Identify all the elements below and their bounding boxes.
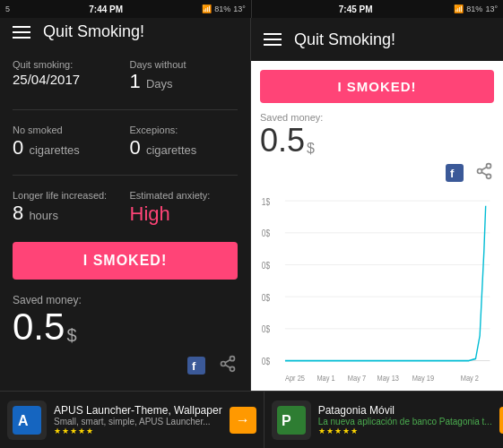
left-hamburger-menu[interactable] [13, 26, 30, 39]
svg-line-13 [481, 167, 487, 169]
right-temp-text: 13° [485, 4, 498, 13]
left-temp-text: 13° [233, 4, 246, 13]
left-signal-icon: 📶 [202, 4, 212, 13]
left-status-time: 7:44 PM [89, 4, 123, 14]
right-ad-text: Patagonia Móvil La nueva aplicación de b… [318, 404, 492, 435]
stats-row-2: No smoked 0 cigarettes Excepions: 0 ciga… [13, 125, 238, 159]
right-signal-icon: 📶 [454, 4, 464, 13]
bottom-ads: A APUS Launcher-Theme, Wallpaper Small, … [0, 391, 503, 448]
left-social-row: f [13, 353, 238, 378]
svg-text:0$: 0$ [262, 357, 270, 366]
svg-text:1$: 1$ [262, 197, 270, 207]
left-status-bar: 5 7:44 PM 📶 81% 13° [0, 0, 252, 18]
svg-rect-7 [446, 164, 464, 182]
longer-life-value: 8 hours [13, 202, 121, 224]
left-panel-content: Quit smoking: 25/04/2017 Days without 1 … [0, 47, 250, 391]
svg-text:Apr 25: Apr 25 [285, 374, 305, 383]
main-container: Quit Smoking! Quit smoking: 25/04/2017 D… [0, 18, 503, 391]
anxiety-block: Estimated anxiety: High [130, 190, 238, 226]
longer-life-block: Longer life increased: 8 hours [13, 190, 121, 226]
hamburger-line-1 [13, 26, 30, 28]
left-ad-subtitle: Small, smart, simple, APUS Launcher... [54, 417, 222, 426]
quit-smoking-label: Quit smoking: [13, 59, 121, 70]
svg-text:May 2: May 2 [461, 374, 480, 383]
svg-point-10 [478, 168, 482, 173]
left-smoked-button[interactable]: I SMOKED! [13, 242, 238, 280]
left-saved-money-value: 0.5 [13, 308, 65, 346]
chart-container: 1$ 0$ 0$ 0$ 0$ 0$ Apr 25 May 1 May 7 May… [260, 191, 494, 391]
right-ad-arrow[interactable]: → [499, 407, 503, 434]
left-panel: Quit Smoking! Quit smoking: 25/04/2017 D… [0, 18, 251, 391]
days-without-unit: Days [146, 77, 173, 90]
right-app-title: Quit Smoking! [294, 30, 395, 49]
quit-smoking-block: Quit smoking: 25/04/2017 [13, 59, 121, 93]
left-ad-title: APUS Launcher-Theme, Wallpaper [54, 404, 222, 417]
divider-1 [13, 109, 238, 110]
right-panel: Quit Smoking! I SMOKED! Saved money: 0.5… [251, 18, 503, 391]
svg-text:A: A [18, 413, 29, 428]
svg-text:0$: 0$ [262, 293, 270, 303]
right-ad-block[interactable]: P Patagonia Móvil La nueva aplicación de… [265, 391, 503, 448]
left-ad-block[interactable]: A APUS Launcher-Theme, Wallpaper Small, … [0, 391, 265, 448]
right-social-row: f [260, 160, 494, 185]
days-without-block: Days without 1 Days [130, 59, 238, 93]
right-facebook-icon[interactable]: f [442, 160, 467, 185]
divider-2 [13, 175, 238, 176]
left-ad-icon: A [7, 401, 47, 440]
days-without-value: 1 Days [130, 70, 238, 93]
left-facebook-icon[interactable]: f [184, 353, 209, 378]
left-app-bar: Quit Smoking! [0, 18, 250, 47]
apus-icon: A [13, 406, 41, 435]
stats-row-3: Longer life increased: 8 hours Estimated… [13, 190, 238, 226]
no-smoked-value: 0 cigarettes [13, 137, 121, 159]
no-smoked-label: No smoked [13, 125, 121, 135]
svg-line-5 [225, 365, 230, 367]
left-battery-text: 81% [214, 4, 230, 13]
exceptions-label: Excepions: [130, 125, 238, 135]
svg-text:f: f [192, 359, 196, 373]
right-battery-text: 81% [466, 4, 482, 13]
left-status-right: 📶 81% 13° [202, 4, 246, 13]
quit-smoking-date: 25/04/2017 [13, 72, 121, 87]
right-status-right: 📶 81% 13° [454, 4, 498, 13]
left-ad-stars: ★★★★★ [54, 426, 222, 435]
right-smoked-button[interactable]: I SMOKED! [260, 70, 494, 103]
right-content: I SMOKED! Saved money: 0.5 $ f [251, 61, 503, 391]
no-smoked-unit: cigarettes [29, 143, 79, 157]
stats-row-1: Quit smoking: 25/04/2017 Days without 1 … [13, 59, 238, 93]
svg-rect-0 [187, 357, 205, 375]
left-saved-money-currency: $ [66, 325, 76, 346]
left-ad-text: APUS Launcher-Theme, Wallpaper Small, sm… [54, 404, 222, 435]
right-ad-icon: P [272, 401, 311, 440]
right-status-time: 7:45 PM [339, 4, 373, 14]
svg-text:0$: 0$ [262, 229, 270, 239]
left-share-icon[interactable] [218, 355, 238, 377]
right-hamburger-line-3 [264, 44, 282, 46]
svg-point-3 [221, 361, 226, 366]
anxiety-label: Estimated anxiety: [130, 190, 238, 201]
hamburger-line-2 [13, 31, 30, 33]
longer-life-unit: hours [29, 209, 58, 222]
right-hamburger-line-2 [264, 39, 282, 40]
svg-text:May 7: May 7 [348, 374, 367, 383]
patagonia-icon: P [277, 406, 306, 435]
days-without-number: 1 [130, 70, 141, 92]
right-ad-subtitle: La nueva aplicación de banco Patagonia t… [318, 417, 492, 426]
svg-point-4 [230, 366, 235, 371]
svg-line-6 [225, 359, 230, 362]
svg-text:0$: 0$ [262, 325, 270, 335]
svg-point-2 [230, 356, 235, 360]
svg-text:P: P [282, 413, 291, 428]
anxiety-value: High [130, 202, 238, 226]
left-app-title: Quit Smoking! [43, 22, 144, 41]
savings-chart: 1$ 0$ 0$ 0$ 0$ 0$ Apr 25 May 1 May 7 May… [260, 191, 494, 391]
left-status-left: 5 [5, 4, 10, 13]
left-saved-money-label: Saved money: [13, 294, 238, 306]
left-ad-arrow[interactable]: → [230, 407, 256, 434]
no-smoked-block: No smoked 0 cigarettes [13, 125, 121, 159]
right-app-bar: Quit Smoking! [251, 18, 503, 61]
svg-text:May 13: May 13 [377, 374, 400, 383]
right-hamburger-menu[interactable] [264, 33, 282, 46]
right-share-icon[interactable] [474, 162, 494, 185]
dual-status-bar: 5 7:44 PM 📶 81% 13° 7:45 PM 📶 81% 13° [0, 0, 503, 18]
